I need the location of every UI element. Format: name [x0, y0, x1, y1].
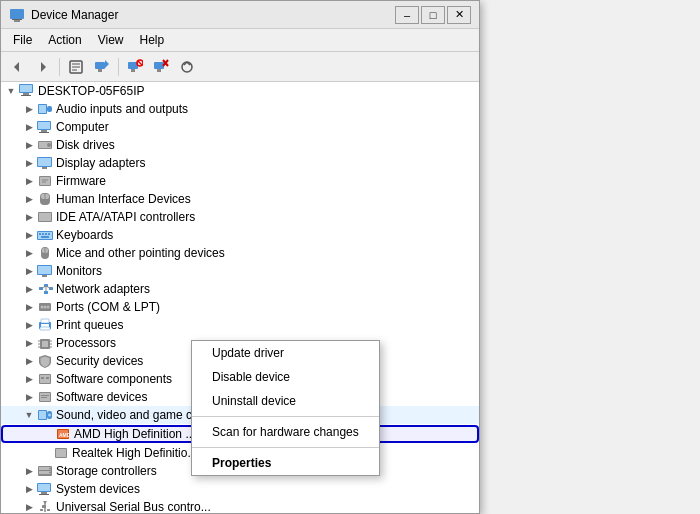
processors-expand-icon[interactable]: ▶: [21, 335, 37, 351]
context-menu-update-driver[interactable]: Update driver: [192, 341, 379, 365]
svg-line-15: [138, 61, 142, 65]
tree-item-system[interactable]: ▶ System devices: [1, 480, 479, 498]
context-menu-separator-1: [192, 416, 379, 417]
computer-label: Computer: [56, 120, 109, 134]
security-icon: [37, 353, 53, 369]
system-icon: [37, 481, 53, 497]
maximize-button[interactable]: □: [421, 6, 445, 24]
tree-item-ide[interactable]: ▶ IDE ATA/ATAPI controllers: [1, 208, 479, 226]
menu-view[interactable]: View: [90, 31, 132, 49]
tree-item-monitors[interactable]: ▶ Monitors: [1, 262, 479, 280]
amd-icon: AMD: [55, 426, 71, 442]
storage-expand-icon[interactable]: ▶: [21, 463, 37, 479]
svg-rect-33: [39, 132, 49, 133]
toolbar-remove-button[interactable]: [149, 56, 173, 78]
svg-rect-60: [38, 266, 51, 274]
security-expand-icon[interactable]: ▶: [21, 353, 37, 369]
tree-root[interactable]: ▼ DESKTOP-05F65IP: [1, 82, 479, 100]
svg-point-107: [49, 472, 51, 474]
toolbar-back-button[interactable]: [5, 56, 29, 78]
svg-rect-2: [12, 19, 22, 20]
storage-icon: [37, 463, 53, 479]
firmware-expand-icon[interactable]: ▶: [21, 173, 37, 189]
tree-item-computer[interactable]: ▶ Computer: [1, 118, 479, 136]
keyboards-expand-icon[interactable]: ▶: [21, 227, 37, 243]
window-title: Device Manager: [31, 8, 118, 22]
firmware-label: Firmware: [56, 174, 106, 188]
close-button[interactable]: ✕: [447, 6, 471, 24]
svg-marker-11: [105, 60, 109, 68]
toolbar-separator-1: [59, 58, 60, 76]
svg-rect-76: [41, 319, 49, 323]
remove-icon: [153, 59, 169, 75]
audio-expand-icon[interactable]: ▶: [21, 101, 37, 117]
menu-file[interactable]: File: [5, 31, 40, 49]
keyboards-icon: [37, 227, 53, 243]
monitors-expand-icon[interactable]: ▶: [21, 263, 37, 279]
root-expand-icon[interactable]: ▼: [3, 83, 19, 99]
svg-point-73: [47, 306, 50, 309]
software-devices-expand-icon[interactable]: ▶: [21, 389, 37, 405]
menu-action[interactable]: Action: [40, 31, 89, 49]
software-components-icon: [37, 371, 53, 387]
software-components-expand-icon[interactable]: ▶: [21, 371, 37, 387]
svg-rect-110: [41, 492, 47, 494]
disk-expand-icon[interactable]: ▶: [21, 137, 37, 153]
toolbar-update-button[interactable]: [90, 56, 114, 78]
svg-rect-29: [47, 106, 52, 112]
mice-expand-icon[interactable]: ▶: [21, 245, 37, 261]
hid-expand-icon[interactable]: ▶: [21, 191, 37, 207]
svg-rect-53: [45, 233, 47, 235]
tree-item-firmware[interactable]: ▶ Firmware: [1, 172, 479, 190]
context-menu-disable-device[interactable]: Disable device: [192, 365, 379, 389]
svg-point-72: [44, 306, 47, 309]
realtek-icon: [53, 445, 69, 461]
tree-item-keyboards[interactable]: ▶ Keyboards: [1, 226, 479, 244]
tree-item-hid[interactable]: ▶ Human Interface Devices: [1, 190, 479, 208]
svg-rect-52: [42, 233, 44, 235]
minimize-button[interactable]: –: [395, 6, 419, 24]
toolbar-separator-2: [118, 58, 119, 76]
svg-rect-0: [10, 9, 24, 19]
ide-expand-icon[interactable]: ▶: [21, 209, 37, 225]
tree-item-mice[interactable]: ▶ Mice and other pointing devices: [1, 244, 479, 262]
svg-rect-17: [157, 69, 161, 72]
toolbar-forward-button[interactable]: [31, 56, 55, 78]
tree-item-ports[interactable]: ▶ Ports (COM & LPT): [1, 298, 479, 316]
tree-item-display[interactable]: ▶ Display adapters: [1, 154, 479, 172]
tree-item-network[interactable]: ▶ Network adapters: [1, 280, 479, 298]
device-tree[interactable]: ▼ DESKTOP-05F65IP ▶ Audio: [1, 82, 479, 513]
svg-rect-41: [40, 177, 50, 185]
toolbar-properties-button[interactable]: [64, 56, 88, 78]
network-expand-icon[interactable]: ▶: [21, 281, 37, 297]
toolbar-refresh-button[interactable]: [175, 56, 199, 78]
processors-icon: [37, 335, 53, 351]
toolbar-scan-button[interactable]: [123, 56, 147, 78]
context-menu-properties[interactable]: Properties: [192, 451, 379, 475]
usb-expand-icon[interactable]: ▶: [21, 499, 37, 513]
display-expand-icon[interactable]: ▶: [21, 155, 37, 171]
title-bar-controls: – □ ✕: [395, 6, 471, 24]
tree-item-disk[interactable]: ▶ Disk drives: [1, 136, 479, 154]
menu-help[interactable]: Help: [132, 31, 173, 49]
forward-icon: [36, 60, 50, 74]
ports-icon: [37, 299, 53, 315]
amd-label: AMD High Definition ...: [74, 427, 195, 441]
tree-item-print[interactable]: ▶ Print queues: [1, 316, 479, 334]
system-label: System devices: [56, 482, 140, 496]
tree-item-audio[interactable]: ▶ Audio inputs and outputs: [1, 100, 479, 118]
ports-expand-icon[interactable]: ▶: [21, 299, 37, 315]
context-menu-scan[interactable]: Scan for hardware changes: [192, 420, 379, 444]
usb-icon: [37, 499, 53, 513]
context-menu-uninstall-device[interactable]: Uninstall device: [192, 389, 379, 413]
svg-rect-48: [39, 213, 51, 221]
svg-rect-9: [95, 62, 105, 69]
software-components-label: Software components: [56, 372, 172, 386]
computer-expand-icon[interactable]: ▶: [21, 119, 37, 135]
sound-expand-icon[interactable]: ▼: [21, 407, 37, 423]
svg-marker-4: [41, 62, 46, 72]
print-label: Print queues: [56, 318, 123, 332]
tree-item-usb[interactable]: ▶ Universal Serial Bus contro...: [1, 498, 479, 513]
system-expand-icon[interactable]: ▶: [21, 481, 37, 497]
print-expand-icon[interactable]: ▶: [21, 317, 37, 333]
